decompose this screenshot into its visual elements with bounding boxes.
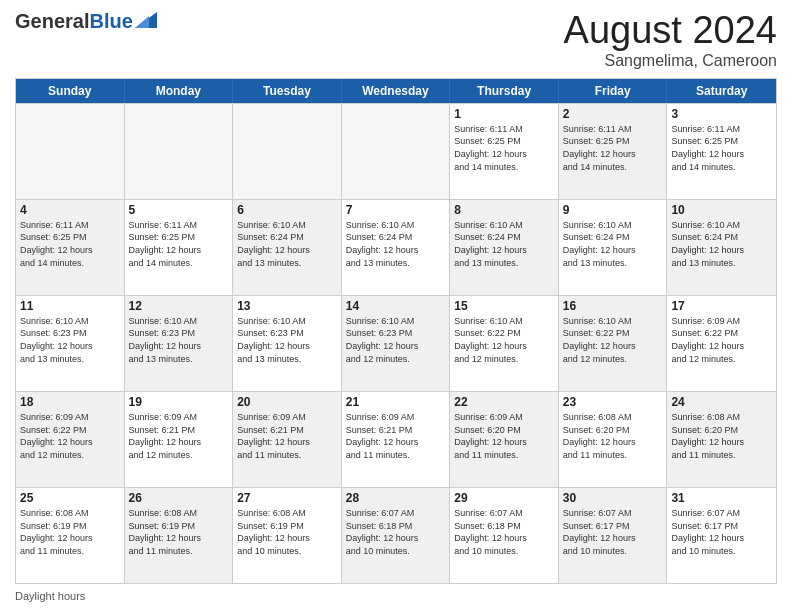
header: GeneralBlue August 2024 Sangmelima, Came…	[15, 10, 777, 70]
day-number: 14	[346, 299, 446, 313]
calendar-row: 18Sunrise: 6:09 AMSunset: 6:22 PMDayligh…	[16, 391, 776, 487]
day-number: 25	[20, 491, 120, 505]
day-number: 30	[563, 491, 663, 505]
day-number: 27	[237, 491, 337, 505]
calendar-cell: 30Sunrise: 6:07 AMSunset: 6:17 PMDayligh…	[559, 488, 668, 583]
cell-content: Sunrise: 6:07 AMSunset: 6:17 PMDaylight:…	[563, 507, 663, 557]
calendar-cell: 19Sunrise: 6:09 AMSunset: 6:21 PMDayligh…	[125, 392, 234, 487]
day-number: 21	[346, 395, 446, 409]
cell-content: Sunrise: 6:09 AMSunset: 6:22 PMDaylight:…	[20, 411, 120, 461]
logo-blue: Blue	[89, 10, 132, 32]
month-title: August 2024	[564, 10, 777, 52]
cell-content: Sunrise: 6:08 AMSunset: 6:20 PMDaylight:…	[563, 411, 663, 461]
day-number: 26	[129, 491, 229, 505]
page: GeneralBlue August 2024 Sangmelima, Came…	[0, 0, 792, 612]
calendar-cell: 2Sunrise: 6:11 AMSunset: 6:25 PMDaylight…	[559, 104, 668, 199]
calendar-cell: 4Sunrise: 6:11 AMSunset: 6:25 PMDaylight…	[16, 200, 125, 295]
cell-content: Sunrise: 6:09 AMSunset: 6:22 PMDaylight:…	[671, 315, 772, 365]
calendar-cell: 6Sunrise: 6:10 AMSunset: 6:24 PMDaylight…	[233, 200, 342, 295]
calendar-cell: 14Sunrise: 6:10 AMSunset: 6:23 PMDayligh…	[342, 296, 451, 391]
cell-content: Sunrise: 6:10 AMSunset: 6:24 PMDaylight:…	[237, 219, 337, 269]
cell-content: Sunrise: 6:10 AMSunset: 6:23 PMDaylight:…	[20, 315, 120, 365]
calendar-cell: 15Sunrise: 6:10 AMSunset: 6:22 PMDayligh…	[450, 296, 559, 391]
cell-content: Sunrise: 6:09 AMSunset: 6:21 PMDaylight:…	[346, 411, 446, 461]
cell-content: Sunrise: 6:08 AMSunset: 6:19 PMDaylight:…	[129, 507, 229, 557]
logo-area: GeneralBlue	[15, 10, 157, 33]
cell-content: Sunrise: 6:11 AMSunset: 6:25 PMDaylight:…	[129, 219, 229, 269]
calendar-cell: 23Sunrise: 6:08 AMSunset: 6:20 PMDayligh…	[559, 392, 668, 487]
calendar: SundayMondayTuesdayWednesdayThursdayFrid…	[15, 78, 777, 584]
calendar-row: 25Sunrise: 6:08 AMSunset: 6:19 PMDayligh…	[16, 487, 776, 583]
daylight-label: Daylight hours	[15, 590, 85, 602]
day-number: 10	[671, 203, 772, 217]
calendar-header-cell: Tuesday	[233, 79, 342, 103]
calendar-cell	[233, 104, 342, 199]
calendar-header: SundayMondayTuesdayWednesdayThursdayFrid…	[16, 79, 776, 103]
calendar-cell: 27Sunrise: 6:08 AMSunset: 6:19 PMDayligh…	[233, 488, 342, 583]
day-number: 13	[237, 299, 337, 313]
logo-icon	[135, 12, 157, 28]
day-number: 22	[454, 395, 554, 409]
cell-content: Sunrise: 6:11 AMSunset: 6:25 PMDaylight:…	[454, 123, 554, 173]
cell-content: Sunrise: 6:11 AMSunset: 6:25 PMDaylight:…	[671, 123, 772, 173]
day-number: 7	[346, 203, 446, 217]
calendar-cell: 28Sunrise: 6:07 AMSunset: 6:18 PMDayligh…	[342, 488, 451, 583]
cell-content: Sunrise: 6:09 AMSunset: 6:21 PMDaylight:…	[129, 411, 229, 461]
calendar-body: 1Sunrise: 6:11 AMSunset: 6:25 PMDaylight…	[16, 103, 776, 583]
calendar-cell: 17Sunrise: 6:09 AMSunset: 6:22 PMDayligh…	[667, 296, 776, 391]
calendar-cell: 13Sunrise: 6:10 AMSunset: 6:23 PMDayligh…	[233, 296, 342, 391]
day-number: 9	[563, 203, 663, 217]
day-number: 4	[20, 203, 120, 217]
cell-content: Sunrise: 6:08 AMSunset: 6:19 PMDaylight:…	[20, 507, 120, 557]
calendar-cell: 11Sunrise: 6:10 AMSunset: 6:23 PMDayligh…	[16, 296, 125, 391]
calendar-cell: 25Sunrise: 6:08 AMSunset: 6:19 PMDayligh…	[16, 488, 125, 583]
calendar-cell: 21Sunrise: 6:09 AMSunset: 6:21 PMDayligh…	[342, 392, 451, 487]
calendar-header-cell: Thursday	[450, 79, 559, 103]
cell-content: Sunrise: 6:10 AMSunset: 6:23 PMDaylight:…	[129, 315, 229, 365]
calendar-cell: 22Sunrise: 6:09 AMSunset: 6:20 PMDayligh…	[450, 392, 559, 487]
calendar-header-cell: Sunday	[16, 79, 125, 103]
day-number: 31	[671, 491, 772, 505]
cell-content: Sunrise: 6:07 AMSunset: 6:18 PMDaylight:…	[346, 507, 446, 557]
calendar-cell	[342, 104, 451, 199]
cell-content: Sunrise: 6:11 AMSunset: 6:25 PMDaylight:…	[563, 123, 663, 173]
calendar-row: 1Sunrise: 6:11 AMSunset: 6:25 PMDaylight…	[16, 103, 776, 199]
calendar-cell: 26Sunrise: 6:08 AMSunset: 6:19 PMDayligh…	[125, 488, 234, 583]
cell-content: Sunrise: 6:10 AMSunset: 6:24 PMDaylight:…	[346, 219, 446, 269]
calendar-cell	[16, 104, 125, 199]
calendar-header-cell: Saturday	[667, 79, 776, 103]
title-area: August 2024 Sangmelima, Cameroon	[564, 10, 777, 70]
calendar-header-cell: Friday	[559, 79, 668, 103]
cell-content: Sunrise: 6:08 AMSunset: 6:19 PMDaylight:…	[237, 507, 337, 557]
calendar-cell: 7Sunrise: 6:10 AMSunset: 6:24 PMDaylight…	[342, 200, 451, 295]
day-number: 8	[454, 203, 554, 217]
calendar-row: 4Sunrise: 6:11 AMSunset: 6:25 PMDaylight…	[16, 199, 776, 295]
day-number: 11	[20, 299, 120, 313]
day-number: 2	[563, 107, 663, 121]
calendar-cell: 12Sunrise: 6:10 AMSunset: 6:23 PMDayligh…	[125, 296, 234, 391]
cell-content: Sunrise: 6:07 AMSunset: 6:17 PMDaylight:…	[671, 507, 772, 557]
day-number: 24	[671, 395, 772, 409]
cell-content: Sunrise: 6:10 AMSunset: 6:22 PMDaylight:…	[563, 315, 663, 365]
day-number: 18	[20, 395, 120, 409]
cell-content: Sunrise: 6:09 AMSunset: 6:20 PMDaylight:…	[454, 411, 554, 461]
calendar-cell: 5Sunrise: 6:11 AMSunset: 6:25 PMDaylight…	[125, 200, 234, 295]
cell-content: Sunrise: 6:10 AMSunset: 6:24 PMDaylight:…	[671, 219, 772, 269]
logo-text: GeneralBlue	[15, 10, 133, 33]
day-number: 12	[129, 299, 229, 313]
cell-content: Sunrise: 6:09 AMSunset: 6:21 PMDaylight:…	[237, 411, 337, 461]
calendar-cell	[125, 104, 234, 199]
calendar-cell: 8Sunrise: 6:10 AMSunset: 6:24 PMDaylight…	[450, 200, 559, 295]
day-number: 17	[671, 299, 772, 313]
day-number: 3	[671, 107, 772, 121]
cell-content: Sunrise: 6:10 AMSunset: 6:23 PMDaylight:…	[346, 315, 446, 365]
day-number: 15	[454, 299, 554, 313]
cell-content: Sunrise: 6:10 AMSunset: 6:23 PMDaylight:…	[237, 315, 337, 365]
day-number: 6	[237, 203, 337, 217]
cell-content: Sunrise: 6:07 AMSunset: 6:18 PMDaylight:…	[454, 507, 554, 557]
calendar-row: 11Sunrise: 6:10 AMSunset: 6:23 PMDayligh…	[16, 295, 776, 391]
day-number: 19	[129, 395, 229, 409]
day-number: 1	[454, 107, 554, 121]
cell-content: Sunrise: 6:08 AMSunset: 6:20 PMDaylight:…	[671, 411, 772, 461]
day-number: 28	[346, 491, 446, 505]
